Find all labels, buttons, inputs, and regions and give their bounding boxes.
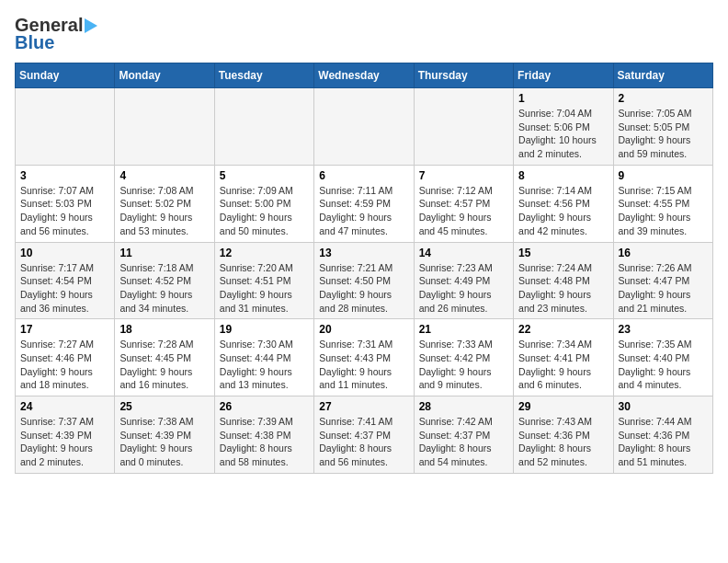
week-row-3: 10Sunrise: 7:17 AM Sunset: 4:54 PM Dayli… (16, 242, 713, 319)
day-info: Sunrise: 7:21 AM Sunset: 4:50 PM Dayligh… (319, 261, 408, 316)
day-info: Sunrise: 7:09 AM Sunset: 5:00 PM Dayligh… (220, 184, 309, 238)
day-info: Sunrise: 7:39 AM Sunset: 4:38 PM Dayligh… (220, 415, 309, 469)
calendar-cell: 12Sunrise: 7:20 AM Sunset: 4:51 PM Dayli… (214, 242, 313, 319)
calendar-cell: 3Sunrise: 7:07 AM Sunset: 5:03 PM Daylig… (16, 165, 115, 242)
day-info: Sunrise: 7:43 AM Sunset: 4:36 PM Dayligh… (518, 415, 608, 469)
calendar-cell (16, 88, 115, 166)
calendar-cell (214, 88, 313, 166)
day-info: Sunrise: 7:35 AM Sunset: 4:40 PM Dayligh… (619, 338, 708, 392)
day-header-wednesday: Wednesday (314, 63, 414, 88)
day-number: 16 (619, 247, 708, 259)
calendar-cell (314, 88, 414, 166)
logo-arrow-icon (85, 18, 97, 33)
day-info: Sunrise: 7:18 AM Sunset: 4:52 PM Dayligh… (119, 261, 209, 316)
day-info: Sunrise: 7:23 AM Sunset: 4:49 PM Dayligh… (419, 261, 508, 316)
day-number: 20 (319, 323, 408, 336)
day-header-friday: Friday (514, 63, 613, 88)
day-info: Sunrise: 7:15 AM Sunset: 4:55 PM Dayligh… (619, 184, 708, 238)
day-number: 27 (319, 400, 408, 413)
calendar-cell: 25Sunrise: 7:38 AM Sunset: 4:39 PM Dayli… (115, 396, 214, 474)
day-info: Sunrise: 7:37 AM Sunset: 4:39 PM Dayligh… (20, 415, 109, 469)
day-number: 14 (419, 247, 508, 259)
day-info: Sunrise: 7:26 AM Sunset: 4:47 PM Dayligh… (619, 261, 708, 316)
day-number: 5 (220, 169, 309, 182)
day-header-tuesday: Tuesday (214, 63, 313, 88)
calendar-cell: 18Sunrise: 7:28 AM Sunset: 4:45 PM Dayli… (115, 319, 214, 396)
day-info: Sunrise: 7:12 AM Sunset: 4:57 PM Dayligh… (419, 184, 508, 238)
week-row-1: 1Sunrise: 7:04 AM Sunset: 5:06 PM Daylig… (16, 88, 713, 166)
day-number: 30 (619, 400, 708, 413)
day-number: 28 (419, 400, 508, 413)
calendar-cell: 15Sunrise: 7:24 AM Sunset: 4:48 PM Dayli… (514, 242, 613, 319)
calendar-cell: 2Sunrise: 7:05 AM Sunset: 5:05 PM Daylig… (613, 88, 712, 166)
day-info: Sunrise: 7:20 AM Sunset: 4:51 PM Dayligh… (220, 261, 309, 316)
day-number: 12 (220, 247, 309, 259)
calendar-cell: 14Sunrise: 7:23 AM Sunset: 4:49 PM Dayli… (414, 242, 513, 319)
day-header-thursday: Thursday (414, 63, 513, 88)
day-header-row: SundayMondayTuesdayWednesdayThursdayFrid… (16, 63, 713, 88)
day-header-sunday: Sunday (16, 63, 115, 88)
week-row-4: 17Sunrise: 7:27 AM Sunset: 4:46 PM Dayli… (16, 319, 713, 396)
day-number: 26 (220, 400, 309, 413)
day-number: 18 (119, 323, 209, 336)
logo: General Blue (15, 15, 97, 53)
day-info: Sunrise: 7:31 AM Sunset: 4:43 PM Dayligh… (319, 338, 408, 392)
calendar-cell: 21Sunrise: 7:33 AM Sunset: 4:42 PM Dayli… (414, 319, 513, 396)
day-info: Sunrise: 7:44 AM Sunset: 4:36 PM Dayligh… (619, 415, 708, 469)
day-header-saturday: Saturday (613, 63, 712, 88)
day-number: 11 (119, 247, 209, 259)
logo-blue: Blue (15, 32, 54, 53)
day-number: 29 (518, 400, 608, 413)
calendar-table: SundayMondayTuesdayWednesdayThursdayFrid… (15, 63, 713, 474)
calendar-cell (414, 88, 513, 166)
calendar-cell: 7Sunrise: 7:12 AM Sunset: 4:57 PM Daylig… (414, 165, 513, 242)
calendar-cell: 13Sunrise: 7:21 AM Sunset: 4:50 PM Dayli… (314, 242, 414, 319)
calendar-cell: 8Sunrise: 7:14 AM Sunset: 4:56 PM Daylig… (514, 165, 613, 242)
day-number: 22 (518, 323, 608, 336)
calendar-cell: 10Sunrise: 7:17 AM Sunset: 4:54 PM Dayli… (16, 242, 115, 319)
day-info: Sunrise: 7:33 AM Sunset: 4:42 PM Dayligh… (419, 338, 508, 392)
day-info: Sunrise: 7:07 AM Sunset: 5:03 PM Dayligh… (20, 184, 109, 238)
day-number: 6 (319, 169, 408, 182)
day-info: Sunrise: 7:05 AM Sunset: 5:05 PM Dayligh… (619, 107, 708, 161)
calendar-cell: 27Sunrise: 7:41 AM Sunset: 4:37 PM Dayli… (314, 396, 414, 474)
calendar-cell: 29Sunrise: 7:43 AM Sunset: 4:36 PM Dayli… (514, 396, 613, 474)
day-header-monday: Monday (115, 63, 214, 88)
day-number: 4 (119, 169, 209, 182)
day-number: 17 (20, 323, 109, 336)
calendar-cell: 1Sunrise: 7:04 AM Sunset: 5:06 PM Daylig… (514, 88, 613, 166)
day-number: 15 (518, 247, 608, 259)
day-number: 19 (220, 323, 309, 336)
day-info: Sunrise: 7:34 AM Sunset: 4:41 PM Dayligh… (518, 338, 608, 392)
day-info: Sunrise: 7:38 AM Sunset: 4:39 PM Dayligh… (119, 415, 209, 469)
calendar-cell: 19Sunrise: 7:30 AM Sunset: 4:44 PM Dayli… (214, 319, 313, 396)
day-info: Sunrise: 7:42 AM Sunset: 4:37 PM Dayligh… (419, 415, 508, 469)
calendar-cell: 5Sunrise: 7:09 AM Sunset: 5:00 PM Daylig… (214, 165, 313, 242)
calendar-cell: 20Sunrise: 7:31 AM Sunset: 4:43 PM Dayli… (314, 319, 414, 396)
calendar-cell: 30Sunrise: 7:44 AM Sunset: 4:36 PM Dayli… (613, 396, 712, 474)
calendar-cell: 28Sunrise: 7:42 AM Sunset: 4:37 PM Dayli… (414, 396, 513, 474)
day-number: 7 (419, 169, 508, 182)
day-info: Sunrise: 7:30 AM Sunset: 4:44 PM Dayligh… (220, 338, 309, 392)
day-number: 25 (119, 400, 209, 413)
page-header: General Blue (15, 15, 713, 53)
calendar-cell: 4Sunrise: 7:08 AM Sunset: 5:02 PM Daylig… (115, 165, 214, 242)
week-row-2: 3Sunrise: 7:07 AM Sunset: 5:03 PM Daylig… (16, 165, 713, 242)
day-info: Sunrise: 7:11 AM Sunset: 4:59 PM Dayligh… (319, 184, 408, 238)
day-number: 1 (518, 92, 608, 105)
day-number: 13 (319, 247, 408, 259)
calendar-cell: 9Sunrise: 7:15 AM Sunset: 4:55 PM Daylig… (613, 165, 712, 242)
day-info: Sunrise: 7:17 AM Sunset: 4:54 PM Dayligh… (20, 261, 109, 316)
day-info: Sunrise: 7:04 AM Sunset: 5:06 PM Dayligh… (518, 107, 608, 161)
calendar-cell: 16Sunrise: 7:26 AM Sunset: 4:47 PM Dayli… (613, 242, 712, 319)
day-number: 21 (419, 323, 508, 336)
week-row-5: 24Sunrise: 7:37 AM Sunset: 4:39 PM Dayli… (16, 396, 713, 474)
day-info: Sunrise: 7:41 AM Sunset: 4:37 PM Dayligh… (319, 415, 408, 469)
calendar-cell: 26Sunrise: 7:39 AM Sunset: 4:38 PM Dayli… (214, 396, 313, 474)
day-info: Sunrise: 7:14 AM Sunset: 4:56 PM Dayligh… (518, 184, 608, 238)
day-number: 2 (619, 92, 708, 105)
day-info: Sunrise: 7:28 AM Sunset: 4:45 PM Dayligh… (119, 338, 209, 392)
day-number: 24 (20, 400, 109, 413)
day-number: 23 (619, 323, 708, 336)
day-number: 10 (20, 247, 109, 259)
